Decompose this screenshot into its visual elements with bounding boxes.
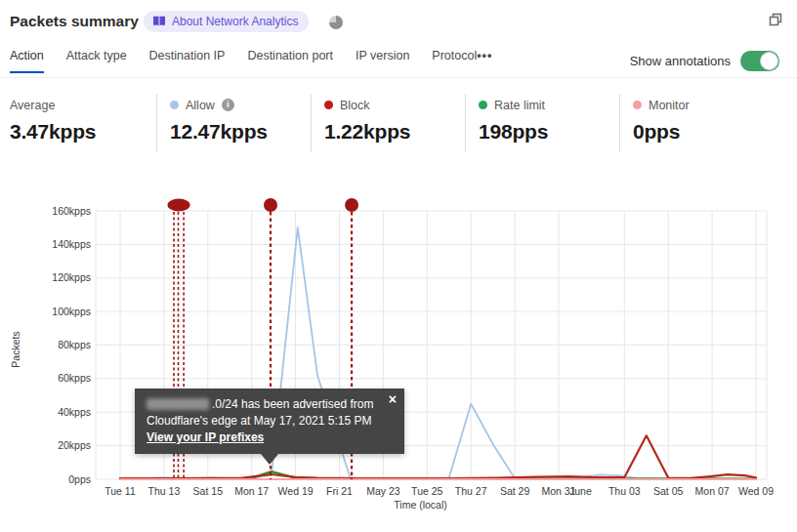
- tab-destination-port[interactable]: Destination port: [247, 49, 333, 73]
- tooltip-line-1: .0/24 has been advertised from: [147, 396, 379, 413]
- popout-icon[interactable]: [768, 12, 783, 27]
- stat-allow: Allow i 12.47kpps: [156, 94, 311, 152]
- stat-label: Rate limit: [494, 99, 545, 112]
- x-tick-label: Wed 19: [278, 485, 314, 497]
- x-tick-label: Thu 27: [455, 485, 487, 497]
- tab-protocol[interactable]: Protocol: [432, 49, 477, 73]
- y-tick-label: 40kpps: [58, 406, 91, 418]
- x-tick-label: Mon 17: [234, 485, 269, 497]
- info-icon[interactable]: i: [222, 99, 234, 111]
- app-root: Packets summary About Network Analytics …: [0, 0, 797, 532]
- tab-more[interactable]: •••: [477, 49, 492, 71]
- book-icon: [152, 16, 166, 27]
- ip-prefixes-link[interactable]: View your IP prefixes: [147, 430, 264, 446]
- y-tick-label: 160kpps: [52, 205, 91, 217]
- legend-dot-allow: [170, 101, 179, 109]
- x-tick-label: Thu 13: [148, 485, 181, 497]
- annotation-tooltip: × .0/24 has been advertised from Cloudfl…: [135, 389, 404, 454]
- x-tick-label: Sat 05: [653, 485, 684, 497]
- chart-canvas: 0pps20kpps40kpps60kpps80kpps100kpps120kp…: [0, 185, 797, 532]
- stat-value: 198pps: [479, 120, 619, 143]
- x-tick-label: May 23: [366, 485, 400, 497]
- x-tick-label: Sat 15: [193, 485, 224, 497]
- redacted-ip-prefix: [147, 398, 209, 410]
- stat-label: Block: [340, 99, 370, 112]
- tab-action[interactable]: Action: [10, 49, 44, 73]
- stat-block: Block 1.22kpps: [311, 94, 465, 152]
- y-tick-label: 60kpps: [58, 372, 91, 384]
- about-badge[interactable]: About Network Analytics: [144, 11, 309, 32]
- legend-dot-rate-limit: [479, 101, 487, 109]
- tabs: ActionAttack typeDestination IPDestinati…: [10, 49, 477, 73]
- x-tick-label: Thu 03: [608, 485, 641, 497]
- stat-monitor: Monitor 0pps: [619, 94, 774, 152]
- stat-value: 3.47kpps: [10, 120, 156, 143]
- annotation-marker-dot[interactable]: [264, 198, 277, 212]
- x-tick-label: Mon 07: [695, 485, 730, 497]
- stat-value: 1.22kpps: [324, 120, 465, 143]
- annotation-marker-dot[interactable]: [345, 198, 358, 212]
- stats-row: Average 3.47kpps Allow i 12.47kpps Block…: [0, 94, 774, 152]
- x-tick-label: Sat 29: [500, 485, 530, 497]
- page-title: Packets summary: [10, 13, 139, 30]
- y-tick-label: 120kpps: [52, 271, 91, 283]
- y-tick-label: 20kpps: [58, 439, 91, 451]
- x-tick-label: Tue 11: [105, 485, 136, 497]
- toggle-knob: [760, 52, 778, 70]
- y-tick-label: 140kpps: [52, 238, 91, 250]
- legend-dot-monitor: [633, 101, 642, 109]
- packets-chart: 0pps20kpps40kpps60kpps80kpps100kpps120kp…: [0, 185, 797, 532]
- stat-rate-limit: Rate limit 198pps: [465, 94, 619, 152]
- stat-value: 12.47kpps: [170, 120, 311, 143]
- tab-bar: ActionAttack typeDestination IPDestinati…: [0, 49, 797, 78]
- month-label: June: [569, 485, 592, 497]
- tab-attack-type[interactable]: Attack type: [66, 49, 127, 73]
- y-tick-label: 80kpps: [58, 339, 91, 350]
- header: Packets summary About Network Analytics: [0, 0, 797, 45]
- x-tick-label: Wed 09: [738, 485, 774, 497]
- ellipsis-icon: •••: [477, 49, 492, 62]
- x-tick-label: Tue 25: [411, 485, 442, 497]
- y-axis-label: Packets: [10, 331, 21, 367]
- tooltip-close-icon[interactable]: ×: [389, 391, 397, 408]
- legend-dot-block: [324, 101, 333, 109]
- stat-average: Average 3.47kpps: [0, 94, 156, 152]
- stat-label: Monitor: [649, 99, 690, 112]
- about-badge-label: About Network Analytics: [172, 15, 298, 28]
- annotation-marker-pill[interactable]: [167, 199, 189, 212]
- tab-destination-ip[interactable]: Destination IP: [149, 49, 226, 73]
- tooltip-caret: [261, 454, 278, 465]
- tab-ip-version[interactable]: IP version: [356, 49, 409, 73]
- annotations-control: Show annotations: [630, 51, 797, 71]
- show-annotations-label: Show annotations: [630, 54, 731, 68]
- tooltip-line-2: Cloudflare's edge at May 17, 2021 5:15 P…: [147, 413, 379, 430]
- pie-progress-icon: [329, 16, 343, 29]
- x-tick-label: Fri 21: [326, 485, 353, 497]
- annotations-toggle[interactable]: [740, 51, 779, 71]
- y-tick-label: 0pps: [68, 473, 91, 485]
- x-axis-label: Time (local): [394, 499, 446, 511]
- stat-value: 0pps: [633, 120, 774, 143]
- stat-label: Average: [10, 99, 55, 112]
- y-tick-label: 100kpps: [52, 306, 91, 317]
- stat-label: Allow: [186, 99, 215, 112]
